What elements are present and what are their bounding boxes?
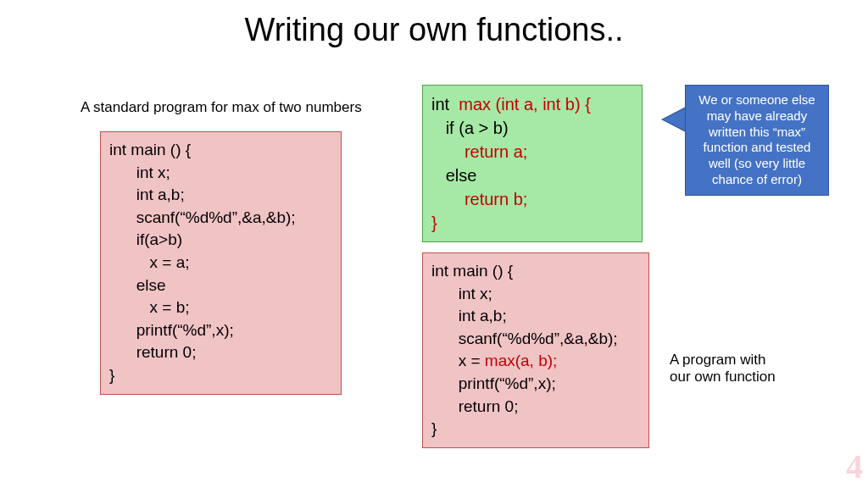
line-if: if (a > b) [431, 119, 509, 137]
r-l5-call: max(a, b); [485, 352, 558, 369]
caption-left: A standard program for max of two number… [81, 99, 362, 116]
kw-int: int [431, 95, 459, 114]
r-l1: int main () { [431, 262, 513, 280]
r-l2: int x; [431, 285, 492, 302]
code-box-with-function: int main () { int x; int a,b; scanf(“%d%… [422, 252, 649, 448]
func-signature: max (int a, int b) { [459, 95, 591, 114]
r-l3: int a,b; [431, 307, 507, 324]
r-l7: return 0; [431, 397, 518, 415]
code-box-standard: int main () { int x; int a,b; scanf(“%d%… [100, 131, 342, 395]
r-l8: } [431, 419, 437, 437]
r-l4: scanf(“%d%d”,&a,&b); [431, 330, 618, 347]
line-return-a: return a; [431, 142, 527, 161]
callout-box: We or someone else may have already writ… [685, 85, 829, 196]
code-box-max-function: int max (int a, int b) { if (a > b) retu… [422, 85, 643, 242]
line-return-b: return b; [431, 190, 527, 208]
line-else: else [431, 166, 476, 185]
watermark-logo: 4 [846, 446, 863, 486]
callout-tail [663, 108, 687, 131]
r-l6: printf(“%d”,x); [431, 374, 556, 392]
r-l5-pre: x = [431, 352, 485, 369]
line-close-brace: } [431, 214, 437, 232]
slide-title: Writing our own functions.. [0, 0, 868, 48]
caption-right: A program with our own function [670, 352, 776, 385]
